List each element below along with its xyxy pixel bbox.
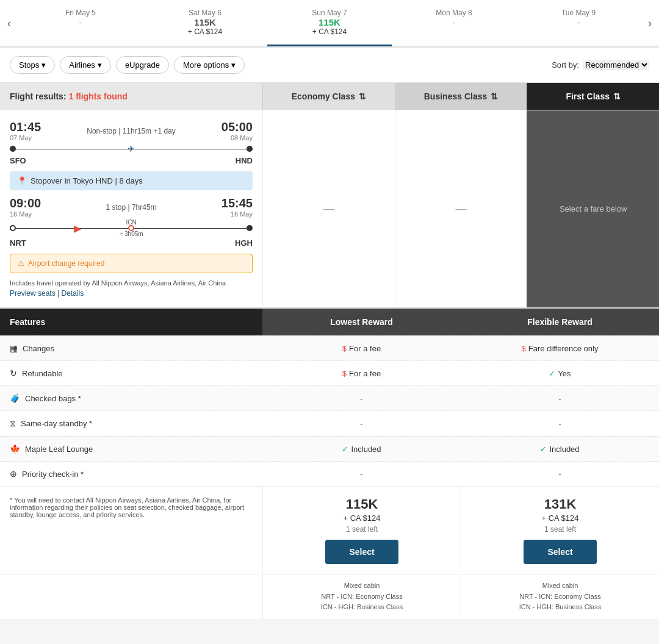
lowest-mixed-line2: ICN - HGH: Business Class — [268, 602, 456, 613]
pin-icon: 📍 — [17, 176, 27, 185]
changes-flexible: $ Fare difference only — [461, 336, 659, 360]
prev-arrow[interactable]: ‹ — [0, 0, 18, 46]
airport-change-text: Airport change required — [28, 259, 104, 268]
date-item-1[interactable]: Sat May 6 115K + CA $124 — [143, 0, 267, 46]
date-label-4: Tue May 9 — [521, 9, 636, 17]
stops-chevron: ▾ — [41, 60, 46, 70]
flexible-select-button[interactable]: Select — [524, 540, 597, 564]
second-arrive-time: 15:45 — [221, 196, 253, 210]
lounge-icon: 🍁 — [10, 444, 20, 454]
second-dest: HGH — [235, 238, 253, 248]
bags-flexible: - — [461, 386, 659, 410]
date-label-2: Sun May 7 — [272, 9, 387, 17]
date-price-2: + CA $124 — [272, 27, 387, 36]
date-price-1: + CA $124 — [148, 27, 262, 36]
depart-time: 01:45 — [10, 120, 41, 134]
standby-label: ⧖ Same-day standby * — [0, 411, 262, 436]
date-item-4[interactable]: Tue May 9 - — [516, 0, 641, 46]
features-section: Features Lowest Reward Flexible Reward ▦… — [0, 307, 659, 619]
bags-lowest: - — [262, 386, 461, 410]
business-sort-icon[interactable]: ⇅ — [491, 91, 498, 101]
flexible-mixed-line1: NRT - ICN: Economy Class — [466, 592, 654, 603]
feature-row-standby: ⧖ Same-day standby * - - — [0, 410, 659, 436]
refundable-lowest-icon: $ — [342, 369, 347, 378]
eupgrade-filter[interactable]: eUpgrade — [116, 56, 169, 74]
lowest-price-col: 115K + CA $124 1 seat left Select — [262, 487, 461, 574]
more-options-filter[interactable]: More options ▾ — [174, 56, 245, 74]
more-options-label: More options — [183, 60, 229, 70]
first-sort-icon[interactable]: ⇅ — [613, 91, 621, 101]
changes-icon: ▦ — [10, 343, 18, 353]
refundable-lowest: $ For a fee — [262, 361, 461, 385]
standby-lowest: - — [262, 411, 461, 436]
details-link[interactable]: Details — [62, 289, 84, 298]
date-points-3: - — [397, 17, 511, 27]
lowest-mixed-cabin: Mixed cabin NRT - ICN: Economy Class ICN… — [262, 574, 461, 619]
flexible-mixed-label: Mixed cabin — [466, 581, 654, 592]
flexible-points: 131K — [466, 496, 654, 512]
date-item-2[interactable]: Sun May 7 115K + CA $124 — [267, 0, 392, 46]
footnote-col: * You will need to contact All Nippon Ai… — [0, 487, 262, 574]
results-count: 1 flights found — [68, 91, 127, 101]
economy-sort-icon[interactable]: ⇅ — [359, 91, 366, 101]
filters-bar: Stops ▾ Airlines ▾ eUpgrade More options… — [0, 48, 659, 83]
date-points-0: - — [23, 17, 138, 27]
stops-filter[interactable]: Stops ▾ — [10, 56, 55, 74]
flight-results-col: Flight results: 1 flights found — [0, 83, 262, 110]
feature-row-priority: ⊕ Priority check-in * - - — [0, 461, 659, 486]
next-arrow[interactable]: › — [641, 0, 659, 46]
airlines-label: Airlines — [69, 60, 95, 70]
standby-flexible: - — [461, 411, 659, 436]
economy-label: Economy Class — [292, 91, 355, 101]
bags-label: 🧳 Checked bags * — [0, 386, 262, 410]
airlines-chevron: ▾ — [98, 60, 102, 70]
second-leg: 09:00 16 May 1 stop | 7hr45m 15:45 16 Ma… — [10, 196, 253, 248]
sort-by-label: Sort by: — [552, 60, 579, 70]
mixed-cabin-section: Mixed cabin NRT - ICN: Economy Class ICN… — [0, 574, 659, 619]
date-item-3[interactable]: Mon May 8 - — [392, 0, 516, 46]
preview-seats-link[interactable]: Preview seats — [10, 289, 56, 298]
priority-lowest: - — [262, 462, 461, 486]
mixed-label-col — [0, 574, 262, 619]
lowest-mixed-line1: NRT - ICN: Economy Class — [268, 592, 456, 603]
origin-code: SFO — [10, 156, 26, 165]
priority-icon: ⊕ — [10, 469, 17, 479]
stop-code: ICN — [126, 219, 136, 226]
business-fare-cell: — — [395, 110, 527, 307]
first-class-col: First Class ⇅ — [527, 83, 659, 110]
date-item-0[interactable]: Fri May 5 - — [18, 0, 143, 46]
stop-info: Non-stop | 11hr15m +1 day — [87, 127, 176, 135]
airlines-filter[interactable]: Airlines ▾ — [60, 56, 111, 74]
date-label-3: Mon May 8 — [397, 9, 511, 17]
features-header: Features Lowest Reward Flexible Reward — [0, 309, 659, 335]
lowest-mixed-label: Mixed cabin — [268, 581, 456, 592]
flexible-seats: 1 seat left — [466, 525, 654, 534]
second-stop-info: 1 stop | 7hr45m — [106, 203, 156, 212]
refundable-label: ↻ Refundable — [0, 361, 262, 385]
lowest-select-button[interactable]: Select — [325, 540, 398, 564]
standby-icon: ⧖ — [10, 418, 16, 429]
lowest-points: 115K — [268, 496, 456, 512]
economy-fare-cell: — — [262, 110, 395, 307]
feature-row-changes: ▦ Changes $ For a fee $ Fare difference … — [0, 335, 659, 360]
eupgrade-label: eUpgrade — [125, 60, 160, 70]
more-options-chevron: ▾ — [231, 60, 236, 70]
first-label: First Class — [566, 91, 610, 101]
second-origin: NRT — [10, 238, 26, 248]
lowest-reward-header: Lowest Reward — [262, 309, 461, 335]
second-leg-airports: NRT HGH — [10, 238, 253, 248]
economy-dash: — — [323, 202, 334, 215]
date-points-1: 115K — [148, 17, 262, 27]
sort-select[interactable]: Recommended — [583, 60, 649, 70]
dest-code: HND — [236, 156, 253, 165]
bag-icon: 🧳 — [10, 393, 20, 403]
price-row: * You will need to contact All Nippon Ai… — [0, 486, 659, 574]
changes-flexible-icon: $ — [522, 344, 526, 353]
date-points-4: - — [521, 17, 636, 27]
stops-label: Stops — [19, 60, 39, 70]
features-title: Features — [0, 309, 262, 335]
airport-change-banner: ⚠ Airport change required — [10, 254, 253, 273]
changes-lowest: $ For a fee — [262, 336, 461, 360]
first-leg: 01:45 07 May Non-stop | 11hr15m +1 day 0… — [10, 120, 253, 165]
flexible-reward-header: Flexible Reward — [461, 309, 659, 335]
